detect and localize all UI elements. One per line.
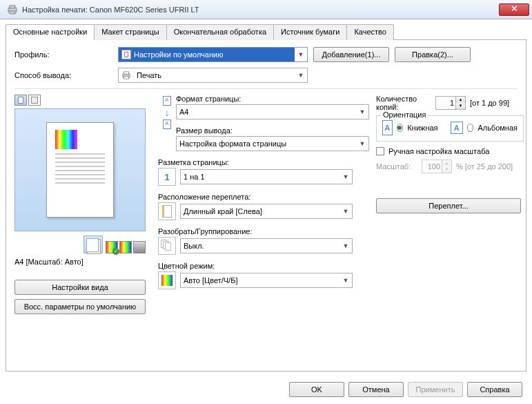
- binding-dropdown[interactable]: Длинный край [Слева] ▼: [180, 204, 353, 219]
- output-dropdown[interactable]: Печать ▼: [118, 68, 308, 83]
- copies-spinner[interactable]: ▲▼: [435, 96, 466, 110]
- chevron-down-icon: ▼: [295, 51, 307, 58]
- titlebar: Настройка печати: Canon MF620C Series UF…: [0, 0, 532, 19]
- output-size-dropdown[interactable]: Настройка формата страницы ▼: [176, 136, 369, 151]
- page-layout-icon: 1: [158, 168, 176, 186]
- scale-label: Масштаб:: [376, 162, 417, 171]
- tab-content: Профиль: Настройки по умолчанию ▼ Добавл…: [6, 40, 526, 372]
- landscape-icon: A: [451, 122, 463, 134]
- color-swatch-icon[interactable]: ✓: [106, 241, 118, 253]
- color-swatch-icon[interactable]: [133, 241, 146, 253]
- tab-finishing[interactable]: Окончательная обработка: [166, 24, 274, 40]
- portrait-label: Книжная: [407, 124, 437, 132]
- output-size-icon: [163, 119, 171, 129]
- profile-dropdown[interactable]: Настройки по умолчанию ▼: [118, 47, 308, 62]
- window-title: Настройка печати: Canon MF620C Series UF…: [22, 6, 499, 14]
- color-mode-label: Цветной режим:: [158, 262, 369, 270]
- svg-rect-5: [124, 77, 129, 79]
- spin-up-icon: ▲: [442, 160, 451, 166]
- tab-page-layout[interactable]: Макет страницы: [94, 24, 166, 40]
- help-button[interactable]: Справка: [467, 382, 522, 397]
- ok-button[interactable]: OK: [289, 382, 344, 397]
- stack-preview-icon: [83, 235, 103, 253]
- output-size-label: Размер вывода:: [176, 126, 369, 135]
- tab-quality[interactable]: Качество: [346, 24, 394, 40]
- restore-defaults-button[interactable]: Восс. параметры по умолчанию: [14, 299, 146, 314]
- gutter-button[interactable]: Переплет...: [376, 198, 521, 213]
- tab-basic[interactable]: Основные настройки: [6, 24, 95, 40]
- profile-value: Настройки по умолчанию: [134, 50, 223, 59]
- profile-icon: [121, 50, 131, 59]
- edit-profile-button[interactable]: Правка(2)...: [395, 47, 471, 62]
- page-format-icon: [163, 96, 171, 106]
- binding-value: Длинный край [Слева]: [181, 207, 339, 215]
- landscape-label: Альбомная: [477, 124, 518, 132]
- page-format-value: A4: [177, 108, 356, 116]
- color-mode-icon: [158, 271, 176, 289]
- copies-input[interactable]: [436, 97, 455, 109]
- color-swatch-icon[interactable]: [119, 241, 132, 253]
- color-mode-value: Авто [Цвет/Ч/Б]: [181, 276, 339, 285]
- landscape-radio[interactable]: [467, 124, 474, 132]
- page-format-label: Формат страницы:: [176, 95, 369, 103]
- portrait-icon: A: [382, 120, 393, 135]
- collate-icon: [158, 237, 176, 255]
- orientation-group: Ориентация A Книжная A Альбомная: [376, 115, 524, 142]
- chevron-down-icon: ▼: [356, 140, 368, 147]
- page-layout-dropdown[interactable]: 1 на 1 ▼: [180, 169, 353, 184]
- portrait-radio[interactable]: [397, 124, 404, 132]
- page-layout-value: 1 на 1: [181, 173, 339, 181]
- output-size-value: Настройка формата страницы: [177, 140, 356, 148]
- chevron-down-icon: ▼: [339, 242, 352, 249]
- color-mode-dropdown[interactable]: Авто [Цвет/Ч/Б] ▼: [180, 273, 353, 288]
- page-format-dropdown[interactable]: A4 ▼: [176, 104, 369, 119]
- svg-rect-2: [10, 11, 15, 14]
- svg-rect-1: [10, 6, 15, 8]
- spin-down-icon[interactable]: ▼: [455, 103, 465, 109]
- tab-paper-source[interactable]: Источник бумаги: [273, 24, 347, 40]
- spin-up-icon[interactable]: ▲: [455, 97, 465, 103]
- close-button[interactable]: ✕: [499, 3, 529, 16]
- manual-scale-checkbox[interactable]: [376, 147, 384, 155]
- chevron-down-icon: ▼: [339, 208, 352, 215]
- preview-mode-icon[interactable]: [14, 95, 27, 106]
- output-value: Печать: [134, 71, 295, 79]
- page-layout-label: Разметка страницы:: [158, 158, 369, 166]
- collate-dropdown[interactable]: Выкл. ▼: [180, 238, 353, 253]
- output-label: Способ вывода:: [14, 71, 118, 79]
- scale-range: % [от 25 до 200]: [456, 162, 513, 171]
- page-preview: [14, 108, 146, 231]
- binding-icon: [158, 202, 176, 220]
- scale-input: [422, 160, 442, 173]
- copies-label: Количество копий:: [376, 95, 431, 111]
- cancel-button[interactable]: Отмена: [348, 382, 404, 397]
- view-settings-button[interactable]: Настройки вида: [14, 280, 146, 295]
- collate-value: Выкл.: [181, 242, 339, 250]
- add-profile-button[interactable]: Добавление(1)...: [313, 47, 389, 62]
- chevron-down-icon: ▼: [339, 277, 352, 284]
- scale-spinner: ▲▼: [422, 160, 452, 173]
- chevron-down-icon: ▼: [356, 108, 368, 115]
- copies-range: [от 1 до 99]: [470, 99, 509, 107]
- chevron-down-icon: ▼: [339, 173, 352, 180]
- collate-label: Разобрать/Группирование:: [158, 227, 369, 235]
- svg-rect-4: [124, 72, 129, 74]
- printer-icon: [7, 5, 18, 15]
- tab-strip: Основные настройки Макет страницы Оконча…: [6, 23, 526, 40]
- preview-mode-icon[interactable]: [28, 95, 41, 106]
- chevron-down-icon: ▼: [295, 72, 307, 79]
- spin-down-icon: ▼: [442, 166, 451, 173]
- manual-scale-label: Ручная настройка масштаба: [388, 147, 489, 155]
- binding-label: Расположение переплета:: [158, 193, 369, 201]
- apply-button[interactable]: Применить: [408, 382, 463, 397]
- arrow-down-icon: ↓: [165, 107, 170, 118]
- profile-label: Профиль:: [14, 50, 118, 59]
- printer-icon: [119, 71, 134, 79]
- preview-caption: A4 [Масштаб: Авто]: [14, 256, 146, 267]
- orientation-label: Ориентация: [381, 110, 428, 119]
- preview-page-icon: [46, 122, 114, 218]
